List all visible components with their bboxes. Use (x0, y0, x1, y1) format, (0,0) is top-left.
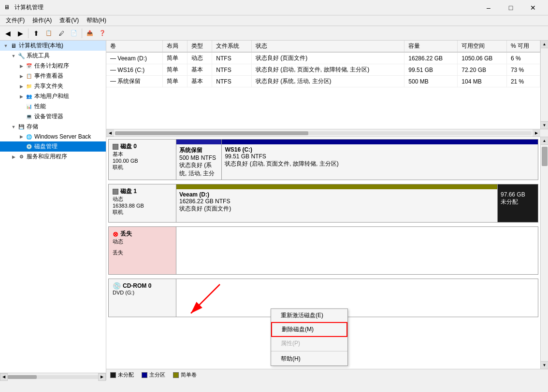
expand-icon-system: ▼ (10, 54, 17, 58)
cdrom-label[interactable]: 💿 CD-ROM 0 DVD (G:) (109, 279, 176, 317)
disk-1-label[interactable]: 磁盘 1 动态 16383.88 GB 联机 (109, 184, 176, 222)
table-cell: — 系统保留 (106, 76, 162, 87)
view-btn-3[interactable]: 📄 (68, 28, 80, 39)
event-viewer-icon: 📋 (25, 72, 33, 80)
close-button[interactable]: ✕ (522, 0, 544, 15)
sidebar-item-task-scheduler[interactable]: ▶ 📅 任务计划程序 (0, 61, 106, 71)
menu-item-a[interactable]: 操作(A) (29, 15, 56, 26)
disk-0-sysres-status: 状态良好 (系统, 活动, 主分 (179, 161, 218, 178)
expand-icon-event: ▶ (17, 74, 25, 79)
menu-item-f[interactable]: 文件(F) (2, 15, 29, 26)
context-menu-separator (271, 351, 347, 351)
table-cell: 动态 (187, 52, 212, 64)
col-fs[interactable]: 文件系统 (212, 41, 252, 52)
sidebar-item-system-tools[interactable]: ▼ 🔧 系统工具 (0, 51, 106, 61)
context-menu-properties[interactable]: 属性(P) (271, 337, 347, 350)
legend-unalloc: 未分配 (110, 371, 134, 378)
up-button[interactable]: ⬆ (30, 28, 42, 39)
sidebar-item-shared-folders[interactable]: ▶ 📁 共享文件夹 (0, 81, 106, 91)
system-tools-icon: 🔧 (17, 52, 25, 60)
storage-icon: 💾 (17, 123, 25, 131)
sidebar-item-performance[interactable]: 📊 性能 (0, 101, 106, 112)
disk-1-veeam[interactable]: Veeam (D:) 16286.22 GB NTFS 状态良好 (页面文件) (176, 184, 498, 222)
table-cell: — WS16 (C:) (106, 64, 162, 76)
expand-icon-diskmgmt (17, 144, 25, 149)
hscroll-right[interactable]: ▶ (533, 129, 540, 137)
table-scroll-down[interactable]: ▼ (541, 121, 548, 129)
sidebar-label-diskmgmt: 磁盘管理 (34, 142, 58, 151)
help-button[interactable]: ❓ (97, 28, 108, 39)
sidebar-item-storage[interactable]: ▼ 💾 存储 (0, 122, 106, 132)
sidebar-item-local-users[interactable]: ▶ 👥 本地用户和组 (0, 91, 106, 101)
menu-item-v[interactable]: 查看(V) (56, 15, 83, 26)
export-button[interactable]: 📤 (84, 28, 96, 39)
legend-simple-box (173, 372, 179, 378)
left-scroll-right[interactable]: ▶ (98, 373, 106, 381)
sidebar-item-device-mgr[interactable]: 💻 设备管理器 (0, 112, 106, 122)
maximize-button[interactable]: □ (500, 0, 522, 15)
table-cell: 状态良好 (启动, 页面文件, 故障转储, 主分区) (251, 64, 404, 76)
disk-1-unalloc-bar (498, 184, 538, 189)
disk-0-partitions: 系统保留 500 MB NTFS 状态良好 (系统, 活动, 主分 WS16 (… (176, 140, 538, 180)
expand-icon-perf (17, 104, 25, 109)
disk-0-label[interactable]: 磁盘 0 基本 100.00 GB 联机 (109, 140, 176, 180)
table-cell: NTFS (212, 76, 252, 87)
disk-mgmt-icon: 💿 (25, 143, 33, 151)
left-scroll-left[interactable]: ◀ (0, 373, 8, 381)
expand-icon-storage: ▼ (10, 125, 17, 129)
table-scroll-track[interactable] (541, 48, 548, 121)
disk-scroll-track[interactable] (541, 145, 548, 361)
disk-0-ws16-bar (222, 140, 538, 144)
sidebar-item-event-viewer[interactable]: ▶ 📋 事件查看器 (0, 71, 106, 81)
disk-scroll-down[interactable]: ▼ (541, 361, 548, 369)
col-layout[interactable]: 布局 (162, 41, 187, 52)
left-panel-wrapper: ▼ 🖥 计算机管理(本地) ▼ 🔧 系统工具 ▶ 📅 任务计划程序 ▶ 📋 事件… (0, 41, 106, 380)
disk-0-color-indicator (113, 144, 118, 150)
col-type[interactable]: 类型 (187, 41, 212, 52)
disk-0-ws16-name: WS16 (C:) (225, 146, 535, 153)
minimize-button[interactable]: – (477, 0, 500, 15)
sidebar-item-computer-mgmt[interactable]: ▼ 🖥 计算机管理(本地) (0, 41, 106, 51)
hscroll-track[interactable] (115, 131, 532, 135)
lost-disk-name: 丢失 (120, 230, 132, 238)
menu-item-h[interactable]: 帮助(H) (83, 15, 110, 26)
disk-scroll-up[interactable]: ▲ (541, 137, 548, 145)
table-row[interactable]: — 系统保留简单基本NTFS状态良好 (系统, 活动, 主分区)500 MB10… (106, 76, 540, 87)
legend-primary-box (142, 372, 147, 378)
sidebar-label-storage: 存储 (27, 123, 38, 131)
toolbar: ◀ ▶ ⬆ 📋 🖊 📄 📤 ❓ (0, 26, 548, 41)
disk-0-ws16-status: 状态良好 (启动, 页面文件, 故障转储, 主分区) (225, 160, 535, 168)
disk-0-status: 联机 (113, 164, 172, 171)
table-scroll-up[interactable]: ▲ (541, 41, 548, 48)
disk-0-sysres[interactable]: 系统保留 500 MB NTFS 状态良好 (系统, 活动, 主分 (176, 140, 222, 180)
forward-button[interactable]: ▶ (14, 28, 26, 39)
back-button[interactable]: ◀ (2, 28, 14, 39)
left-scroll-track[interactable] (8, 375, 98, 379)
disk-1-name: 磁盘 1 (120, 187, 137, 196)
col-free[interactable]: 可用空间 (458, 41, 507, 52)
table-scroll[interactable]: 卷 布局 类型 文件系统 状态 容量 可用空间 % 可用 — Veea (106, 41, 540, 129)
expand-icon-computer: ▼ (2, 43, 10, 48)
disk-1-unalloc[interactable]: 97.66 GB 未分配 (498, 184, 538, 222)
table-row[interactable]: — Veeam (D:)简单动态NTFS状态良好 (页面文件)16286.22 … (106, 52, 540, 64)
sidebar-item-wsb[interactable]: ▶ 🌐 Windows Server Back (0, 132, 106, 141)
disk-lost-label[interactable]: ⊗ 丢失 动态 丢失 (109, 227, 176, 274)
context-menu-reactivate[interactable]: 重新激活磁盘(E) (271, 309, 347, 322)
disk-1-unalloc-size: 97.66 GB (501, 191, 535, 198)
view-btn-2[interactable]: 🖊 (56, 28, 67, 39)
table-row[interactable]: — WS16 (C:)简单基本NTFS状态良好 (启动, 页面文件, 故障转储,… (106, 64, 540, 76)
sidebar-item-disk-mgmt[interactable]: 💿 磁盘管理 (0, 141, 106, 152)
sidebar-item-services[interactable]: ▶ ⚙ 服务和应用程序 (0, 152, 106, 162)
table-cell: 16286.22 GB (404, 52, 458, 64)
view-btn-1[interactable]: 📋 (43, 28, 55, 39)
disk-0-ws16[interactable]: WS16 (C:) 99.51 GB NTFS 状态良好 (启动, 页面文件, … (222, 140, 538, 180)
col-status[interactable]: 状态 (251, 41, 404, 52)
col-pct[interactable]: % 可用 (506, 41, 540, 52)
hscroll-left[interactable]: ◀ (106, 129, 114, 137)
context-menu-remove-disk[interactable]: 删除磁盘(M) (271, 322, 347, 337)
context-menu-help[interactable]: 帮助(H) (271, 352, 347, 365)
disk-0-sysres-content: 系统保留 500 MB NTFS 状态良好 (系统, 活动, 主分 (176, 144, 221, 180)
col-vol[interactable]: 卷 (106, 41, 162, 52)
table-cell: 基本 (187, 64, 212, 76)
col-capacity[interactable]: 容量 (404, 41, 458, 52)
